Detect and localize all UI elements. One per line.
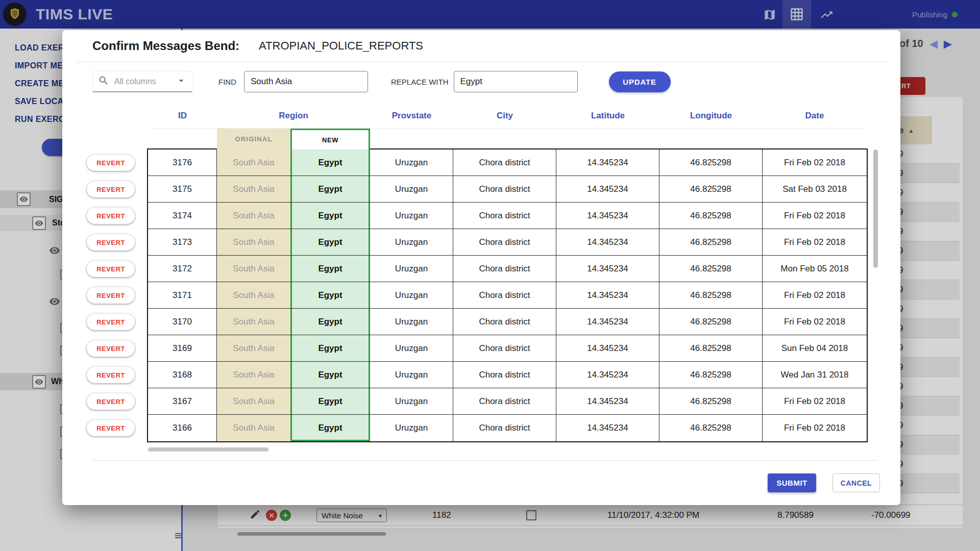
screen: TIMS LIVE Publishing LOAD EXERCIMPORT ME… bbox=[0, 0, 980, 551]
cell-region-original: South Asia bbox=[217, 309, 290, 335]
cell-longitude: 46.825298 bbox=[659, 362, 763, 388]
cell-id: 3172 bbox=[148, 256, 217, 282]
cell-region-original: South Asia bbox=[217, 388, 290, 415]
revert-button[interactable]: REVERT bbox=[87, 261, 135, 277]
submit-button[interactable]: SUBMIT bbox=[768, 473, 816, 492]
cell-city: Chora district bbox=[453, 415, 556, 441]
cell-longitude: 46.825298 bbox=[659, 229, 763, 256]
revert-button[interactable]: REVERT bbox=[87, 420, 135, 436]
cell-date: Fri Feb 02 2018 bbox=[763, 229, 867, 256]
revert-button[interactable]: REVERT bbox=[87, 234, 135, 251]
cell-latitude: 14.345234 bbox=[556, 256, 659, 282]
cell-date: Fri Feb 02 2018 bbox=[763, 282, 867, 309]
cell-city: Chora district bbox=[453, 362, 556, 388]
cell-date: Sat Feb 03 2018 bbox=[763, 176, 867, 203]
column-header-city[interactable]: City bbox=[453, 103, 556, 128]
find-replace-controls: All columns FIND REPLACE WITH UPDATE bbox=[92, 70, 671, 93]
cell-latitude: 14.345234 bbox=[556, 309, 659, 335]
revert-button[interactable]: REVERT bbox=[87, 208, 135, 224]
revert-button[interactable]: REVERT bbox=[87, 314, 135, 330]
cell-city: Chora district bbox=[453, 309, 556, 335]
column-header-date[interactable]: Date bbox=[763, 103, 867, 128]
revert-slot: REVERT bbox=[87, 388, 135, 415]
modal-horizontal-scrollbar[interactable] bbox=[148, 447, 268, 452]
table-row: 3169 South Asia Egypt Uruzgan Chora dist… bbox=[148, 335, 867, 362]
table-subheader-row: ORIGINAL NEW bbox=[148, 129, 867, 149]
cell-id: 3171 bbox=[148, 282, 217, 309]
cell-longitude: 46.825298 bbox=[659, 256, 763, 282]
revert-slot: REVERT bbox=[87, 229, 135, 256]
cell-provstate: Uruzgan bbox=[370, 282, 453, 309]
replace-input[interactable] bbox=[454, 71, 578, 92]
cell-region-new: Egypt bbox=[290, 415, 370, 441]
cell-region-original: South Asia bbox=[217, 282, 290, 309]
revert-button[interactable]: REVERT bbox=[87, 287, 135, 304]
cell-longitude: 46.825298 bbox=[659, 203, 763, 229]
cell-region-new: Egypt bbox=[290, 388, 370, 415]
column-header-id[interactable]: ID bbox=[148, 103, 217, 128]
cell-date: Fri Feb 02 2018 bbox=[763, 203, 867, 229]
cell-region-original: South Asia bbox=[217, 229, 290, 256]
cell-id: 3170 bbox=[148, 309, 217, 335]
cell-region-new: Egypt bbox=[290, 335, 370, 362]
cell-region-new: Egypt bbox=[290, 362, 370, 388]
find-input[interactable] bbox=[244, 71, 368, 92]
cell-provstate: Uruzgan bbox=[370, 149, 453, 176]
table-row: 3171 South Asia Egypt Uruzgan Chora dist… bbox=[148, 282, 867, 309]
cell-date: Wed Jan 31 2018 bbox=[763, 362, 867, 388]
cell-id: 3168 bbox=[148, 362, 217, 388]
cell-latitude: 14.345234 bbox=[556, 362, 659, 388]
cell-region-original: South Asia bbox=[217, 415, 290, 441]
revert-button[interactable]: REVERT bbox=[87, 340, 135, 357]
table-row: 3170 South Asia Egypt Uruzgan Chora dist… bbox=[148, 309, 867, 335]
revert-slot: REVERT bbox=[87, 256, 135, 282]
cell-id: 3173 bbox=[148, 229, 217, 256]
revert-button[interactable]: REVERT bbox=[87, 393, 135, 410]
cell-date: Fri Feb 02 2018 bbox=[763, 388, 867, 415]
revert-button[interactable]: REVERT bbox=[87, 367, 135, 383]
cell-id: 3167 bbox=[148, 388, 217, 415]
cell-region-original: South Asia bbox=[217, 335, 290, 362]
cell-latitude: 14.345234 bbox=[556, 149, 659, 176]
cell-provstate: Uruzgan bbox=[370, 415, 453, 441]
revert-slot: REVERT bbox=[87, 362, 135, 388]
cell-longitude: 46.825298 bbox=[659, 149, 763, 176]
column-header-latitude[interactable]: Latitude bbox=[556, 103, 659, 128]
new-column-label: NEW bbox=[290, 129, 370, 149]
confirm-table-body: 3176 South Asia Egypt Uruzgan Chora dist… bbox=[148, 149, 867, 441]
cell-region-original: South Asia bbox=[217, 256, 290, 282]
cell-provstate: Uruzgan bbox=[370, 309, 453, 335]
cell-city: Chora district bbox=[453, 256, 556, 282]
cell-date: Mon Feb 05 2018 bbox=[763, 256, 867, 282]
original-column-label: ORIGINAL bbox=[217, 129, 290, 149]
cell-id: 3175 bbox=[148, 176, 217, 203]
confirm-table: IDRegionProvstateCityLatitudeLongitudeDa… bbox=[148, 103, 867, 441]
cell-date: Fri Feb 02 2018 bbox=[763, 309, 867, 335]
cell-date: Fri Feb 02 2018 bbox=[763, 149, 867, 176]
revert-slot: REVERT bbox=[87, 149, 135, 176]
confirm-dialog: Confirm Messages Bend: ATROPIAN_POLICE_R… bbox=[62, 30, 900, 505]
cell-date: Sun Feb 04 2018 bbox=[763, 335, 867, 362]
revert-button[interactable]: REVERT bbox=[87, 181, 135, 197]
cell-city: Chora district bbox=[453, 282, 556, 309]
chevron-down-icon bbox=[176, 75, 187, 88]
table-row: 3176 South Asia Egypt Uruzgan Chora dist… bbox=[148, 149, 867, 176]
cell-longitude: 46.825298 bbox=[659, 309, 763, 335]
cell-city: Chora district bbox=[453, 335, 556, 362]
modal-vertical-scrollbar[interactable] bbox=[873, 149, 878, 268]
header-divider bbox=[77, 62, 886, 62]
cell-provstate: Uruzgan bbox=[370, 362, 453, 388]
column-header-longitude[interactable]: Longitude bbox=[659, 103, 763, 128]
cancel-button[interactable]: CANCEL bbox=[832, 473, 880, 492]
revert-button[interactable]: REVERT bbox=[87, 155, 135, 171]
cell-provstate: Uruzgan bbox=[370, 388, 453, 415]
cell-longitude: 46.825298 bbox=[659, 176, 763, 203]
revert-slot: REVERT bbox=[87, 415, 135, 441]
update-button[interactable]: UPDATE bbox=[609, 71, 671, 92]
dialog-header: Confirm Messages Bend: ATROPIAN_POLICE_R… bbox=[92, 30, 423, 62]
table-row: 3175 South Asia Egypt Uruzgan Chora dist… bbox=[148, 176, 867, 203]
column-filter-select[interactable]: All columns bbox=[92, 71, 192, 92]
cell-latitude: 14.345234 bbox=[556, 335, 659, 362]
column-header-region[interactable]: Region bbox=[217, 103, 370, 128]
column-header-provstate[interactable]: Provstate bbox=[370, 103, 453, 128]
